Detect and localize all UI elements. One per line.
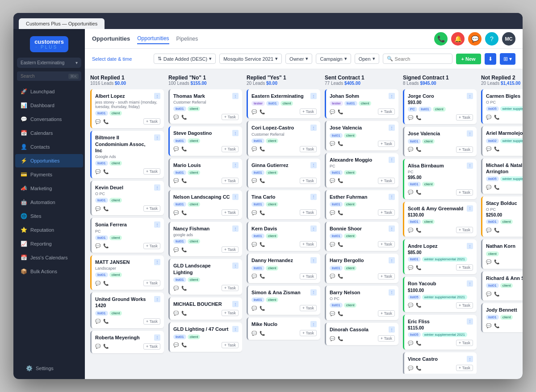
task-button[interactable]: + Task — [222, 285, 239, 291]
card-menu-icon[interactable]: ⋮ — [154, 259, 160, 265]
task-button[interactable]: + Task — [222, 310, 239, 316]
table-row[interactable]: Stacy Bolduc ⋮ O PC $250.00 list01client… — [481, 196, 523, 237]
sms-icon[interactable]: 💬 — [95, 319, 100, 324]
task-button[interactable]: + Task — [222, 146, 239, 152]
phone-icon[interactable]: 📞 — [181, 311, 187, 316]
card-menu-icon[interactable]: ⋮ — [389, 93, 395, 99]
phone-icon[interactable]: 📞 — [494, 185, 499, 190]
card-menu-icon[interactable]: ⋮ — [232, 194, 239, 200]
task-button[interactable]: + Task — [143, 280, 160, 286]
sidebar-item-jess-calendars[interactable]: 📅 Jess's Calendars — [15, 251, 83, 264]
table-row[interactable]: Albert Lopez ⋮ jess storey - south miami… — [90, 89, 164, 128]
task-button[interactable]: + Task — [222, 114, 239, 120]
task-button[interactable]: + Task — [300, 241, 317, 247]
phone-icon[interactable]: 📞 — [338, 274, 343, 279]
phone-icon[interactable]: 📞 — [260, 178, 265, 183]
task-button[interactable]: + Task — [300, 146, 317, 152]
card-menu-icon[interactable]: ⋮ — [389, 157, 395, 163]
card-menu-icon[interactable]: ⋮ — [310, 289, 317, 296]
phone-icon[interactable]: 📞 — [338, 311, 343, 316]
phone-icon[interactable]: 📞 — [494, 323, 499, 328]
sidebar-item-bulk[interactable]: 📦 Bulk Actions — [15, 265, 83, 278]
table-row[interactable]: Carmen Bigles ⋮ O PC list05winter supple… — [481, 89, 523, 124]
table-row[interactable]: GLD Lighting / 47 Court ⋮ list01client 💬… — [168, 322, 242, 351]
help-icon-btn[interactable]: ? — [485, 32, 498, 46]
sms-icon[interactable]: 💬 — [408, 303, 413, 308]
phone-icon[interactable]: 📞 — [494, 146, 499, 151]
table-row[interactable]: Vince Castro ⋮ 💬 📞 + Task — [403, 352, 477, 374]
phone-icon[interactable]: 📞 — [416, 115, 421, 120]
card-menu-icon[interactable]: ⋮ — [310, 93, 317, 99]
card-menu-icon[interactable]: ⋮ — [310, 194, 317, 200]
table-row[interactable]: Eric Fliss ⋮ $115.00 list05winter supple… — [403, 315, 477, 350]
card-menu-icon[interactable]: ⋮ — [232, 263, 239, 269]
phone-icon[interactable]: 📞 — [260, 306, 265, 311]
sms-icon[interactable]: 💬 — [330, 242, 335, 247]
task-button[interactable]: + Task — [378, 209, 395, 216]
sms-icon[interactable]: 💬 — [408, 341, 413, 346]
task-button[interactable]: + Task — [378, 241, 395, 247]
table-row[interactable]: Steve Dagostino ⋮ list01client 💬 📞 + Tas… — [168, 126, 242, 155]
sidebar-item-automation[interactable]: 🤖 Automation — [15, 196, 83, 209]
sidebar-item-reputation[interactable]: ⭐ Reputation — [15, 223, 83, 237]
sms-icon[interactable]: 💬 — [95, 119, 100, 124]
sms-icon[interactable]: 💬 — [95, 206, 100, 211]
card-menu-icon[interactable]: ⋮ — [467, 93, 473, 99]
sms-icon[interactable]: 💬 — [251, 306, 257, 311]
phone-icon[interactable]: 📞 — [181, 342, 187, 347]
phone-icon[interactable]: 📞 — [494, 228, 499, 233]
task-button[interactable]: + Task — [222, 209, 239, 216]
card-menu-icon[interactable]: ⋮ — [232, 225, 239, 232]
download-button[interactable]: ⬇ — [485, 53, 496, 65]
task-button[interactable]: + Task — [456, 264, 473, 271]
sms-icon[interactable]: 💬 — [251, 178, 257, 183]
sms-icon[interactable]: 💬 — [408, 366, 413, 371]
sms-icon[interactable]: 💬 — [486, 185, 491, 190]
card-menu-icon[interactable]: ⋮ — [467, 318, 473, 325]
sms-icon[interactable]: 💬 — [486, 115, 491, 120]
card-menu-icon[interactable]: ⋮ — [154, 221, 160, 228]
phone-icon[interactable]: 📞 — [416, 190, 421, 195]
table-row[interactable]: Sonia Ferrera ⋮ PC list01client 💬 📞 + Ta… — [90, 218, 164, 252]
sms-icon[interactable]: 💬 — [408, 265, 413, 270]
sms-icon[interactable]: 💬 — [408, 228, 413, 233]
table-row[interactable]: Cori Lopez-Castro ⋮ Customer Referral li… — [247, 121, 320, 155]
task-button[interactable]: + Task — [378, 141, 395, 147]
sms-icon[interactable]: 💬 — [173, 146, 179, 151]
phone-icon[interactable]: 📞 — [103, 243, 109, 248]
table-row[interactable]: Simon & Ana Zisman ⋮ list01client 💬 📞 + … — [247, 286, 320, 315]
sms-icon[interactable]: 💬 — [330, 274, 335, 279]
task-button[interactable]: + Task — [143, 243, 160, 249]
card-menu-icon[interactable]: ⋮ — [310, 162, 317, 168]
sms-icon[interactable]: 💬 — [330, 311, 335, 316]
phone-icon[interactable]: 📞 — [338, 336, 343, 341]
card-menu-icon[interactable]: ⋮ — [154, 93, 160, 99]
phone-icon[interactable]: 📞 — [103, 319, 109, 324]
sms-icon[interactable]: 💬 — [486, 146, 491, 151]
sms-icon[interactable]: 💬 — [173, 286, 179, 291]
task-button[interactable]: + Task — [456, 227, 473, 233]
tab-opportunities[interactable]: Opportunities — [137, 33, 169, 44]
sms-icon[interactable]: 💬 — [251, 274, 257, 279]
phone-icon[interactable]: 📞 — [416, 228, 421, 233]
sms-icon[interactable]: 💬 — [173, 247, 179, 252]
table-row[interactable]: Kern Davis ⋮ list01client 💬 📞 + Task — [247, 222, 320, 251]
task-button[interactable]: + Task — [456, 302, 473, 309]
card-menu-icon[interactable]: ⋮ — [310, 125, 317, 131]
card-menu-icon[interactable]: ⋮ — [232, 130, 239, 136]
card-menu-icon[interactable]: ⋮ — [310, 321, 317, 327]
sms-icon[interactable]: 💬 — [330, 336, 335, 341]
table-row[interactable]: Dinorah Cassola ⋮ 💬 📞 + Task — [325, 323, 398, 345]
table-row[interactable]: Johan Sohm ⋮ testerlist01client 💬 📞 + Ta… — [325, 89, 398, 118]
sms-icon[interactable]: 💬 — [330, 109, 335, 114]
sidebar-item-conversations[interactable]: 💬 Conversations — [15, 113, 83, 126]
task-button[interactable]: + Task — [143, 205, 160, 212]
table-row[interactable]: Kevin Deuel ⋮ O PC list01client 💬 📞 + Ta… — [90, 181, 164, 215]
table-row[interactable]: Biltmore II Condominium Assoc, Inc ⋮ Goo… — [90, 131, 164, 178]
table-row[interactable]: MATT JANSEN ⋮ Landscaper list01client 💬 … — [90, 255, 164, 290]
table-row[interactable]: Scott & Amy Greenwald ⋮ $130.00 list01cl… — [403, 202, 477, 237]
table-row[interactable]: GLD Landscape Lighting ⋮ list01client 💬 … — [168, 259, 242, 295]
sidebar-item-launchpad[interactable]: 🚀 Launchpad — [15, 85, 83, 98]
task-button[interactable]: + Task — [300, 305, 317, 311]
phone-icon[interactable]: 📞 — [494, 259, 499, 264]
